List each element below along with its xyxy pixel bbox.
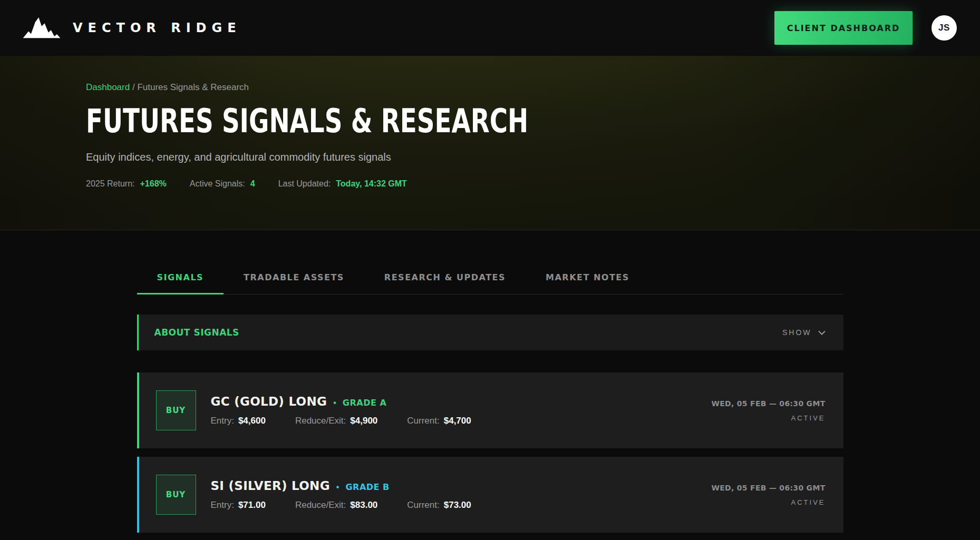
stat-label: Current:	[407, 416, 439, 426]
stat-value: +168%	[140, 179, 167, 189]
signal-timestamp: WED, 05 FEB — 06:30 GMT	[711, 399, 825, 408]
tab-tradable-assets[interactable]: TRADABLE ASSETS	[224, 264, 364, 294]
stat-value: $4,900	[350, 416, 377, 426]
about-signals-panel: ABOUT SIGNALS SHOW	[137, 315, 843, 350]
stat-return: 2025 Return: +168%	[86, 179, 167, 189]
page-title: FUTURES SIGNALS & RESEARCH	[86, 104, 716, 139]
signal-reduce-exit: Reduce/Exit: $4,900	[295, 416, 377, 426]
chevron-down-icon	[818, 330, 826, 335]
signal-stats-row: Entry: $4,600 Reduce/Exit: $4,900 Curren…	[211, 416, 471, 426]
tab-signals[interactable]: SIGNALS	[137, 264, 224, 294]
tab-bar: SIGNALS TRADABLE ASSETS RESEARCH & UPDAT…	[137, 264, 843, 294]
brand[interactable]: VECTOR RIDGE	[22, 14, 241, 42]
breadcrumb-current: Futures Signals & Research	[137, 82, 249, 92]
signal-title: GC (GOLD) LONG	[211, 395, 327, 408]
stat-label: Active Signals:	[190, 179, 245, 189]
top-navigation-bar: VECTOR RIDGE CLIENT DASHBOARD JS	[0, 0, 980, 56]
stat-label: Entry:	[211, 500, 234, 510]
signal-entry: Entry: $71.00	[211, 500, 266, 510]
brand-name: VECTOR RIDGE	[73, 21, 241, 35]
mountain-ridge-logo-icon	[22, 14, 61, 42]
signal-reduce-exit: Reduce/Exit: $83.00	[295, 500, 377, 510]
stat-last-updated: Last Updated: Today, 14:32 GMT	[278, 179, 407, 189]
signal-card-silver[interactable]: BUY SI (SILVER) LONG • GRADE B Entry: $7…	[137, 457, 843, 533]
about-signals-title: ABOUT SIGNALS	[154, 327, 239, 338]
stat-value: $4,600	[238, 416, 266, 426]
stat-value: $83.00	[350, 500, 377, 510]
client-dashboard-button[interactable]: CLIENT DASHBOARD	[774, 11, 913, 45]
signal-grade: GRADE B	[345, 482, 389, 492]
signal-title: SI (SILVER) LONG	[211, 479, 330, 493]
hero-stats-row: 2025 Return: +168% Active Signals: 4 Las…	[86, 179, 894, 189]
tab-market-notes[interactable]: MARKET NOTES	[526, 264, 649, 294]
show-toggle-button[interactable]: SHOW	[782, 328, 826, 337]
stat-label: 2025 Return:	[86, 179, 135, 189]
stat-value: $73.00	[444, 500, 471, 510]
stat-label: Entry:	[211, 416, 234, 426]
buy-badge: BUY	[156, 475, 196, 515]
stat-value: Today, 14:32 GMT	[336, 179, 407, 189]
breadcrumb-separator: /	[132, 82, 135, 92]
stat-label: Last Updated:	[278, 179, 331, 189]
grade-bullet: •	[333, 398, 336, 408]
stat-value: $71.00	[238, 500, 266, 510]
signal-status-badge: ACTIVE	[791, 498, 826, 506]
signal-stats-row: Entry: $71.00 Reduce/Exit: $83.00 Curren…	[211, 500, 471, 510]
page-subtitle: Equity indices, energy, and agricultural…	[86, 151, 894, 163]
stat-label: Current:	[407, 500, 439, 510]
signal-status-badge: ACTIVE	[791, 414, 826, 422]
grade-bullet: •	[336, 483, 339, 492]
hero-section: Dashboard / Futures Signals & Research F…	[0, 56, 980, 230]
signal-current: Current: $4,700	[407, 416, 471, 426]
signal-current: Current: $73.00	[407, 500, 471, 510]
tab-research-updates[interactable]: RESEARCH & UPDATES	[364, 264, 526, 294]
signal-timestamp: WED, 05 FEB — 06:30 GMT	[711, 484, 825, 492]
stat-label: Reduce/Exit:	[295, 500, 346, 510]
avatar[interactable]: JS	[932, 15, 957, 41]
show-toggle-label: SHOW	[782, 328, 812, 337]
signal-grade: GRADE A	[343, 398, 387, 408]
stat-value: $4,700	[444, 416, 471, 426]
signal-card-gold[interactable]: BUY GC (GOLD) LONG • GRADE A Entry: $4,6…	[137, 372, 843, 448]
main-content: SIGNALS TRADABLE ASSETS RESEARCH & UPDAT…	[137, 264, 843, 533]
breadcrumb-dashboard-link[interactable]: Dashboard	[86, 82, 130, 92]
stat-active-signals: Active Signals: 4	[190, 179, 255, 189]
breadcrumb: Dashboard / Futures Signals & Research	[86, 82, 894, 93]
buy-badge: BUY	[156, 390, 196, 430]
stat-label: Reduce/Exit:	[295, 416, 346, 426]
signal-entry: Entry: $4,600	[211, 416, 266, 426]
stat-value: 4	[250, 179, 255, 189]
